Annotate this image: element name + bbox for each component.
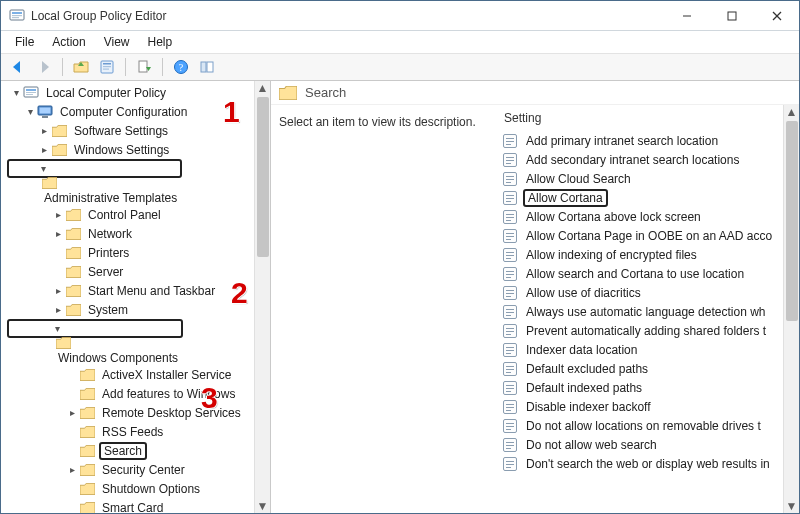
- folder-icon: [79, 367, 95, 383]
- menubar: File Action View Help: [1, 31, 799, 53]
- setting-row[interactable]: Allow Cortana: [500, 188, 783, 207]
- svg-rect-5: [728, 12, 736, 20]
- tree-system[interactable]: ▸ System: [5, 300, 254, 319]
- scroll-thumb[interactable]: [786, 121, 798, 321]
- description-prompt: Select an item to view its description.: [279, 115, 476, 129]
- setting-row[interactable]: Don't search the web or display web resu…: [500, 454, 783, 473]
- svg-rect-22: [26, 89, 36, 91]
- tree-label: Shutdown Options: [99, 481, 203, 497]
- chevron-down-icon[interactable]: ▾: [41, 163, 46, 174]
- menu-help[interactable]: Help: [140, 33, 181, 51]
- folder-icon: [51, 142, 67, 158]
- tree-label: Security Center: [99, 462, 188, 478]
- setting-row[interactable]: Allow Cloud Search: [500, 169, 783, 188]
- setting-row[interactable]: Allow Cortana above lock screen: [500, 207, 783, 226]
- chevron-right-icon[interactable]: ▸: [37, 144, 51, 155]
- policy-icon: [502, 361, 518, 377]
- maximize-button[interactable]: [709, 1, 754, 30]
- tree-computer-configuration[interactable]: ▾ Computer Configuration: [5, 102, 254, 121]
- tree-root[interactable]: ▾ Local Computer Policy: [5, 83, 254, 102]
- chevron-right-icon[interactable]: ▸: [37, 125, 51, 136]
- tree-network[interactable]: ▸ Network: [5, 224, 254, 243]
- tree-administrative-templates[interactable]: ▾ Administrative Templates: [7, 159, 182, 178]
- setting-row[interactable]: Default excluded paths: [500, 359, 783, 378]
- chevron-down-icon[interactable]: ▾: [9, 87, 23, 98]
- tree-windows-components[interactable]: ▾ Windows Components: [7, 319, 183, 338]
- setting-row[interactable]: Always use automatic language detection …: [500, 302, 783, 321]
- help-button[interactable]: ?: [170, 56, 192, 78]
- setting-row[interactable]: Do not allow web search: [500, 435, 783, 454]
- tree-rss[interactable]: ▸ RSS Feeds: [5, 422, 254, 441]
- svg-marker-9: [42, 61, 49, 73]
- scroll-up-icon[interactable]: ▲: [785, 105, 799, 119]
- forward-button[interactable]: [33, 56, 55, 78]
- setting-row[interactable]: Indexer data location: [500, 340, 783, 359]
- tree-scroll[interactable]: ▾ Local Computer Policy ▾ Computer Confi…: [1, 81, 254, 513]
- svg-rect-14: [103, 69, 109, 70]
- chevron-down-icon[interactable]: ▾: [55, 323, 60, 334]
- setting-row[interactable]: Prevent automatically adding shared fold…: [500, 321, 783, 340]
- app-icon: [9, 8, 25, 24]
- chevron-right-icon[interactable]: ▸: [51, 209, 65, 220]
- tree-label: Control Panel: [85, 207, 164, 223]
- tree-shutdown-options[interactable]: ▸ Shutdown Options: [5, 479, 254, 498]
- folder-icon: [79, 481, 95, 497]
- settings-scrollbar[interactable]: ▲ ▼: [783, 105, 799, 513]
- setting-row[interactable]: Allow search and Cortana to use location: [500, 264, 783, 283]
- setting-row[interactable]: Add primary intranet search location: [500, 131, 783, 150]
- properties-button[interactable]: [96, 56, 118, 78]
- chevron-down-icon[interactable]: ▾: [23, 106, 37, 117]
- svg-marker-8: [13, 61, 20, 73]
- setting-row[interactable]: Default indexed paths: [500, 378, 783, 397]
- tree-printers[interactable]: ▸ Printers: [5, 243, 254, 262]
- show-hide-tree-button[interactable]: [196, 56, 218, 78]
- scroll-up-icon[interactable]: ▲: [256, 81, 270, 95]
- tree-label: Windows Components: [55, 350, 181, 366]
- minimize-button[interactable]: [664, 1, 709, 30]
- tree-security-center[interactable]: ▸ Security Center: [5, 460, 254, 479]
- setting-row[interactable]: Allow indexing of encrypted files: [500, 245, 783, 264]
- setting-row[interactable]: Allow use of diacritics: [500, 283, 783, 302]
- detail-pane: Search Select an item to view its descri…: [271, 81, 799, 513]
- tree-label: Remote Desktop Services: [99, 405, 244, 421]
- up-folder-button[interactable]: [70, 56, 92, 78]
- setting-row[interactable]: Allow Cortana Page in OOBE on an AAD acc…: [500, 226, 783, 245]
- setting-label: Add secondary intranet search locations: [523, 152, 742, 168]
- settings-column-header[interactable]: Setting: [496, 105, 783, 129]
- menu-view[interactable]: View: [96, 33, 138, 51]
- tree-server[interactable]: ▸ Server: [5, 262, 254, 281]
- svg-rect-2: [12, 15, 22, 16]
- setting-row[interactable]: Disable indexer backoff: [500, 397, 783, 416]
- back-button[interactable]: [7, 56, 29, 78]
- tree-start-menu[interactable]: ▸ Start Menu and Taskbar: [5, 281, 254, 300]
- scroll-thumb[interactable]: [257, 97, 269, 257]
- tree-search[interactable]: ▸ Search: [5, 441, 254, 460]
- setting-row[interactable]: Do not allow locations on removable driv…: [500, 416, 783, 435]
- chevron-right-icon[interactable]: ▸: [51, 285, 65, 296]
- menu-file[interactable]: File: [7, 33, 42, 51]
- menu-action[interactable]: Action: [44, 33, 93, 51]
- policy-root-icon: [23, 85, 39, 101]
- tree-scrollbar[interactable]: ▲ ▼: [254, 81, 270, 513]
- setting-row[interactable]: Add secondary intranet search locations: [500, 150, 783, 169]
- tree-smart-card[interactable]: ▸ Smart Card: [5, 498, 254, 513]
- close-button[interactable]: [754, 1, 799, 30]
- settings-list: Add primary intranet search locationAdd …: [496, 129, 783, 475]
- scroll-down-icon[interactable]: ▼: [256, 499, 270, 513]
- setting-label: Default excluded paths: [523, 361, 651, 377]
- chevron-right-icon[interactable]: ▸: [51, 228, 65, 239]
- folder-icon: [65, 264, 81, 280]
- folder-icon: [279, 86, 297, 100]
- tree-label: Local Computer Policy: [43, 85, 169, 101]
- scroll-down-icon[interactable]: ▼: [785, 499, 799, 513]
- tree-label: Smart Card: [99, 500, 166, 514]
- chevron-right-icon[interactable]: ▸: [51, 304, 65, 315]
- export-list-button[interactable]: [133, 56, 155, 78]
- chevron-right-icon[interactable]: ▸: [65, 464, 79, 475]
- tree-control-panel[interactable]: ▸ Control Panel: [5, 205, 254, 224]
- svg-rect-3: [12, 17, 19, 18]
- svg-rect-19: [201, 62, 206, 72]
- tree-windows-settings[interactable]: ▸ Windows Settings: [5, 140, 254, 159]
- tree-software-settings[interactable]: ▸ Software Settings: [5, 121, 254, 140]
- chevron-right-icon[interactable]: ▸: [65, 407, 79, 418]
